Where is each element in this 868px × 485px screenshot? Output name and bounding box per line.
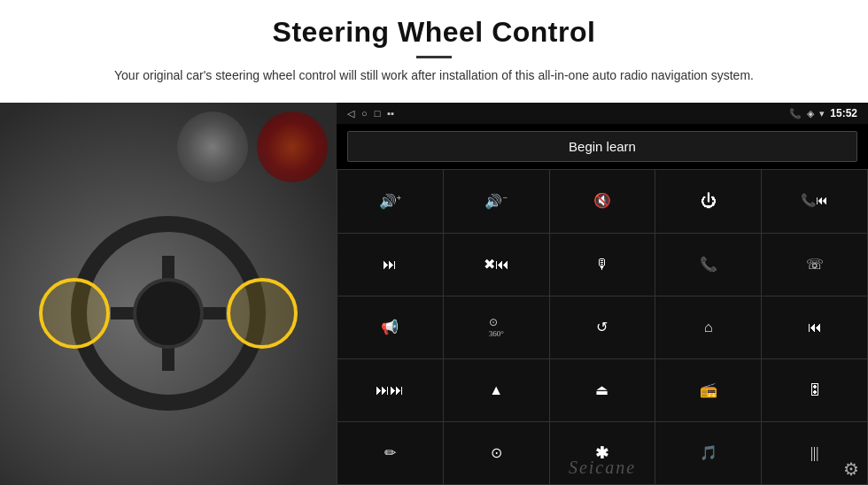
eq-icon: 🎛: [808, 383, 822, 397]
begin-learn-row: Begin learn: [337, 124, 868, 169]
page-title: Steering Wheel Control: [53, 16, 815, 49]
yellow-arrow-svg: [328, 467, 337, 485]
radio-ui-panel: ◁ ○ □ ▪▪ 📞 ◈ ▾ 15:52 Begin learn: [337, 103, 868, 485]
nav-back-icon[interactable]: ◁: [347, 108, 354, 119]
mute-icon: 🔇: [593, 194, 611, 208]
status-bar: ◁ ○ □ ▪▪ 📞 ◈ ▾ 15:52: [337, 103, 868, 124]
next-track-button[interactable]: ⏭: [337, 234, 443, 296]
prev-skip-button[interactable]: ✖⏮: [444, 234, 549, 296]
back-icon: ↺: [596, 320, 608, 335]
dashboard-gauge-right: [257, 112, 328, 182]
status-bar-left: ◁ ○ □ ▪▪: [347, 108, 394, 119]
highlight-left-controls: [39, 278, 110, 349]
vol-down-button[interactable]: 🔊−: [444, 170, 549, 232]
power-button[interactable]: ⏻: [655, 170, 761, 232]
equalizer-icon: |||: [810, 446, 819, 460]
prev-call-button[interactable]: 📞⏮: [762, 170, 867, 232]
dashboard-gauge-left: [177, 112, 248, 182]
title-divider: [416, 56, 452, 58]
music-settings-button[interactable]: 🎵: [655, 422, 761, 484]
home-icon: ⌂: [704, 320, 713, 335]
call-button[interactable]: 📞: [655, 234, 761, 296]
highlight-right-controls: [227, 278, 298, 349]
rew-icon: ⏮: [808, 320, 822, 335]
cam360-icon: ⊙360°: [489, 317, 504, 338]
page-container: Steering Wheel Control Your original car…: [0, 0, 868, 485]
nav-button[interactable]: ▲: [444, 359, 549, 421]
settings-gear-button[interactable]: ⚙: [843, 458, 859, 480]
fast-fwd-button[interactable]: ⏭⏭: [337, 359, 443, 421]
horn-button[interactable]: 📢: [337, 296, 443, 358]
status-time: 15:52: [830, 107, 857, 119]
radio-button[interactable]: 📻: [655, 359, 761, 421]
horn-icon: 📢: [381, 320, 399, 335]
end-call-button[interactable]: ☏: [762, 234, 867, 296]
home-button[interactable]: ⌂: [655, 296, 761, 358]
radio-icon: 📻: [700, 383, 717, 397]
content-row: ◁ ○ □ ▪▪ 📞 ◈ ▾ 15:52 Begin learn: [0, 103, 868, 485]
steering-wheel-hub: [133, 278, 204, 349]
music-settings-icon: 🎵: [700, 446, 717, 460]
bluetooth-icon: ✱: [595, 445, 608, 461]
eq-button[interactable]: 🎛: [762, 359, 867, 421]
header-section: Steering Wheel Control Your original car…: [0, 0, 868, 94]
page-subtitle: Your original car's steering wheel contr…: [89, 65, 779, 85]
pen-button[interactable]: ✏: [337, 422, 443, 484]
status-bar-right: 📞 ◈ ▾ 15:52: [789, 107, 857, 119]
back-button[interactable]: ↺: [550, 296, 655, 358]
rew-button[interactable]: ⏮: [762, 296, 867, 358]
prev-skip-icon: ✖⏮: [484, 258, 509, 272]
pen-icon: ✏: [384, 446, 396, 460]
cam360-button[interactable]: ⊙360°: [444, 296, 549, 358]
prev-call-icon: 📞⏮: [801, 195, 828, 207]
car-image-panel: [0, 103, 337, 485]
eject-button[interactable]: ⏏: [550, 359, 655, 421]
vol-up-icon: 🔊+: [379, 194, 402, 209]
begin-learn-button[interactable]: Begin learn: [347, 131, 857, 162]
mic-icon: 🎙: [595, 258, 609, 272]
settings-knob-button[interactable]: ⊙: [444, 422, 549, 484]
mic-button[interactable]: 🎙: [550, 234, 655, 296]
mute-button[interactable]: 🔇: [550, 170, 655, 232]
fast-fwd-icon: ⏭⏭: [376, 383, 404, 397]
phone-status-icon: 📞: [789, 108, 802, 119]
signal-icon: ▪▪: [387, 108, 394, 119]
location-status-icon: ◈: [807, 108, 814, 119]
wifi-status-icon: ▾: [819, 108, 825, 119]
vol-down-icon: 🔊−: [484, 194, 508, 209]
vol-up-button[interactable]: 🔊+: [337, 170, 443, 232]
next-track-icon: ⏭: [383, 258, 397, 272]
power-icon: ⏻: [701, 193, 717, 209]
settings-knob-icon: ⊙: [491, 446, 502, 460]
nav-home-icon[interactable]: ○: [361, 108, 368, 119]
bluetooth-button[interactable]: ✱: [550, 422, 655, 484]
end-call-icon: ☏: [806, 258, 824, 272]
controls-grid: 🔊+ 🔊− 🔇 ⏻ 📞⏮ ⏭ ✖⏮: [337, 169, 868, 485]
nav-recent-icon[interactable]: □: [375, 108, 381, 119]
nav-icon: ▲: [489, 383, 503, 397]
call-icon: 📞: [700, 258, 717, 272]
eject-icon: ⏏: [595, 383, 608, 397]
